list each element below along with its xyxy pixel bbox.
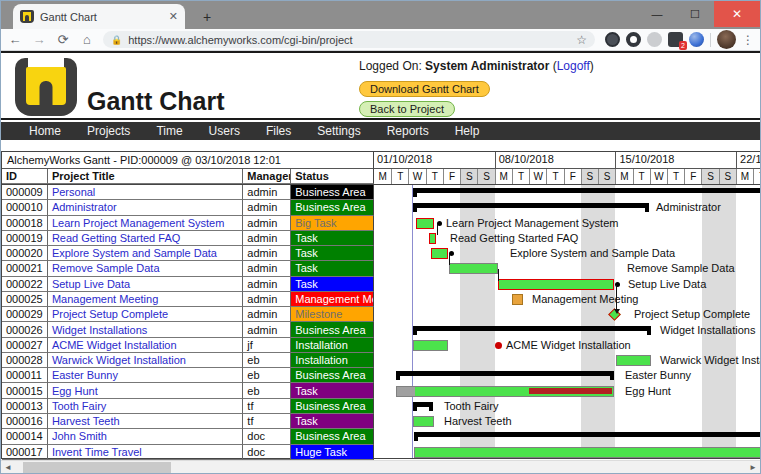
gantt-task-bar[interactable] (449, 263, 498, 274)
gantt-bar-label: Management Meeting (532, 292, 638, 307)
gantt-bar-label: ACME Widget Installation (506, 338, 631, 353)
gantt-task-bar[interactable] (414, 447, 761, 458)
tab-close-icon[interactable]: ✕ (169, 10, 178, 23)
project-title-link[interactable]: Egg Hunt (52, 385, 98, 397)
nav-item-help[interactable]: Help (455, 124, 480, 138)
gantt-summary-bar[interactable] (414, 432, 761, 441)
nav-item-reports[interactable]: Reports (387, 124, 429, 138)
scrollbar-thumb[interactable] (23, 462, 171, 473)
project-title-link[interactable]: Tooth Fairy (52, 400, 106, 412)
minimize-button[interactable]: — (638, 1, 676, 27)
project-title-cell: Tooth Fairy (48, 399, 243, 414)
project-title-link[interactable]: Setup Live Data (52, 278, 130, 290)
nav-item-settings[interactable]: Settings (317, 124, 360, 138)
gantt-summary-bar[interactable] (413, 203, 649, 212)
project-title-link[interactable]: Remove Sample Data (52, 262, 160, 274)
scroll-right-arrow[interactable]: ► (746, 461, 760, 474)
gantt-summary-bar[interactable] (413, 188, 761, 197)
gantt-bar-label: Learn Project Management System (446, 216, 618, 231)
table-row: 000009PersonaladminBusiness Area (2, 185, 374, 200)
status-badge: Installation (291, 353, 374, 368)
nav-item-home[interactable]: Home (29, 124, 61, 138)
table-row: 000014John SmithdocBusiness Area (2, 429, 374, 444)
gantt-summary-bar[interactable] (413, 326, 651, 335)
download-gantt-chart-button[interactable]: Download Gantt Chart (359, 81, 490, 97)
horizontal-scrollbar[interactable]: ◄ ► (1, 460, 760, 473)
page-title: Gantt Chart (87, 87, 225, 116)
summary-left-cap (396, 371, 400, 380)
extension-icon-3[interactable] (647, 32, 662, 47)
gantt-summary-bar[interactable] (396, 371, 614, 380)
week-header-row: 01/10/201808/10/201815/10/201822/10 (374, 152, 761, 169)
new-tab-button[interactable]: + (197, 9, 217, 25)
table-row: 000011Easter BunnyebBusiness Area (2, 368, 374, 383)
day-label: T (512, 169, 529, 184)
project-title-link[interactable]: Widget Installations (52, 324, 147, 336)
globe-extension-icon[interactable] (689, 32, 704, 47)
project-title-link[interactable]: Management Meeting (52, 293, 158, 305)
logoff-link[interactable]: Logoff (557, 59, 590, 73)
day-label: T (633, 169, 650, 184)
nav-item-users[interactable]: Users (209, 124, 240, 138)
project-title-link[interactable]: Easter Bunny (52, 369, 118, 381)
project-title-link[interactable]: Administrator (52, 201, 117, 213)
back-icon[interactable]: ← (7, 32, 23, 47)
gantt-task-bar[interactable] (616, 355, 651, 366)
browser-menu-icon[interactable]: ⋮ (742, 33, 752, 47)
gantt-summary-bar[interactable] (413, 402, 433, 411)
profile-avatar[interactable] (717, 30, 736, 49)
project-id: 000016 (2, 414, 48, 429)
project-id: 000018 (2, 216, 48, 231)
back-to-project-button[interactable]: Back to Project (359, 101, 455, 117)
gantt-bar-label: Administrator (656, 200, 721, 215)
table-row: 000025Management MeetingadminManagement … (2, 292, 374, 307)
maximize-button[interactable]: ☐ (676, 1, 714, 27)
status-badge: Task (291, 231, 374, 246)
main-nav: HomeProjectsTimeUsersFilesSettingsReport… (1, 122, 760, 140)
status-badge: Task (291, 383, 374, 398)
scroll-left-arrow[interactable]: ◄ (1, 461, 15, 474)
extension-icon-2[interactable] (626, 32, 641, 47)
meeting-marker[interactable] (512, 294, 523, 305)
project-title-link[interactable]: Explore System and Sample Data (52, 247, 217, 259)
connector-arrowhead (614, 309, 620, 314)
project-title-link[interactable]: Learn Project Management System (52, 217, 224, 229)
project-title-link[interactable]: John Smith (52, 430, 107, 442)
nav-item-time[interactable]: Time (156, 124, 182, 138)
day-label: T (753, 169, 761, 184)
extension-icon-1[interactable] (605, 32, 620, 47)
project-title-link[interactable]: Warwick Widget Installation (52, 354, 186, 366)
day-label: F (443, 169, 460, 184)
table-row: 000028Warwick Widget InstallationebInsta… (2, 353, 374, 368)
gantt-task-bar[interactable] (498, 279, 614, 290)
address-bar[interactable]: 🔒 https://www.alchemyworks.com/cgi-bin/p… (103, 31, 595, 48)
gantt-task-bar[interactable] (413, 416, 434, 427)
summary-bar-line (413, 188, 761, 193)
gantt-task-bar[interactable] (429, 233, 436, 244)
extension-icon-4[interactable]: 2 (668, 32, 683, 47)
project-title-link[interactable]: Harvest Teeth (52, 415, 120, 427)
gantt-bar-label: Explore System and Sample Data (510, 246, 675, 261)
url-text[interactable]: https://www.alchemyworks.com/cgi-bin/pro… (128, 34, 570, 46)
reload-icon[interactable]: ⟳ (55, 32, 71, 47)
status-badge: Task (291, 277, 374, 292)
nav-item-files[interactable]: Files (266, 124, 291, 138)
project-id: 000026 (2, 322, 48, 337)
table-row: 000018Learn Project Management Systemadm… (2, 216, 374, 231)
project-title-link[interactable]: Project Setup Complete (52, 308, 168, 320)
gantt-task-bar[interactable] (416, 218, 434, 229)
project-title-link[interactable]: ACME Widget Installation (52, 339, 177, 351)
nav-item-projects[interactable]: Projects (87, 124, 130, 138)
project-title-link[interactable]: Invent Time Travel (52, 446, 142, 458)
forward-icon[interactable]: → (31, 32, 47, 47)
close-button[interactable]: ✕ (714, 1, 760, 27)
gantt-task-bar[interactable] (431, 248, 448, 259)
gantt-task-bar[interactable] (413, 340, 448, 351)
column-header-id: ID (2, 169, 48, 184)
home-icon[interactable]: ⌂ (79, 32, 95, 47)
project-id: 000021 (2, 261, 48, 276)
project-title-link[interactable]: Personal (52, 186, 95, 198)
bookmark-star-icon[interactable]: ☆ (576, 33, 587, 47)
project-title-link[interactable]: Read Getting Started FAQ (52, 232, 180, 244)
browser-tab[interactable]: Gantt Chart ✕ (13, 4, 185, 29)
